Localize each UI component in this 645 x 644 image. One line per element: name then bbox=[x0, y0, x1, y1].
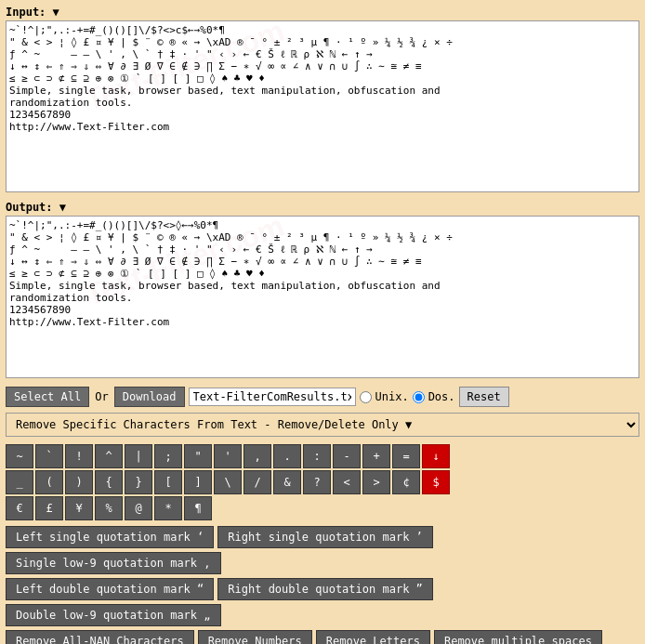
char-question[interactable]: ? bbox=[303, 470, 331, 494]
output-label: Output: ▼ bbox=[6, 201, 639, 214]
char-yen[interactable]: ¥ bbox=[65, 496, 93, 520]
char-plus[interactable]: + bbox=[362, 444, 390, 468]
single-low9-quote-button[interactable]: Single low-9 quotation mark ‚ bbox=[6, 552, 221, 574]
filter-select-bar: Remove Specific Characters From Text - R… bbox=[6, 413, 639, 437]
select-all-button[interactable]: Select All bbox=[6, 387, 89, 407]
char-colon[interactable]: : bbox=[303, 444, 331, 468]
char-row-2: _ ( ) { } [ ] \ / & ? < > ¢ $ bbox=[6, 470, 639, 494]
right-double-quote-button[interactable]: Right double quotation mark ” bbox=[217, 578, 433, 600]
double-low9-quote-button[interactable]: Double low-9 quotation mark „ bbox=[6, 604, 221, 626]
char-slash[interactable]: / bbox=[244, 470, 271, 494]
char-lbracket[interactable]: [ bbox=[154, 470, 182, 494]
char-pipe[interactable]: | bbox=[125, 444, 152, 468]
char-percent[interactable]: % bbox=[95, 496, 123, 520]
filename-input[interactable] bbox=[189, 388, 356, 406]
download-button[interactable]: Download bbox=[114, 387, 185, 407]
char-exclaim[interactable]: ! bbox=[65, 444, 93, 468]
quote-buttons-row2: Left double quotation mark “ Right doubl… bbox=[6, 578, 639, 626]
or-label: Or bbox=[93, 390, 110, 403]
reset-button[interactable]: Reset bbox=[459, 387, 509, 407]
char-semicolon[interactable]: ; bbox=[154, 444, 182, 468]
char-euro[interactable]: € bbox=[6, 496, 33, 520]
char-rparen[interactable]: ) bbox=[65, 470, 93, 494]
char-red-arrow[interactable]: ↓ bbox=[422, 444, 450, 468]
char-dollar-red[interactable]: $ bbox=[422, 470, 450, 494]
left-double-quote-button[interactable]: Left double quotation mark “ bbox=[6, 578, 214, 600]
remove-buttons-row: Remove All-NAN Characters Remove Numbers… bbox=[6, 630, 639, 644]
char-apostrophe[interactable]: ' bbox=[214, 444, 242, 468]
char-gt[interactable]: > bbox=[362, 470, 390, 494]
char-comma[interactable]: , bbox=[244, 444, 271, 468]
remove-numbers-button[interactable]: Remove Numbers bbox=[198, 630, 312, 644]
char-rbrace[interactable]: } bbox=[125, 470, 152, 494]
filter-select[interactable]: Remove Specific Characters From Text - R… bbox=[6, 413, 639, 437]
char-caret[interactable]: ^ bbox=[95, 444, 123, 468]
remove-letters-button[interactable]: Remove Letters bbox=[316, 630, 430, 644]
quote-buttons-row1: Left single quotation mark ‘ Right singl… bbox=[6, 526, 639, 574]
char-lt[interactable]: < bbox=[333, 470, 361, 494]
char-equals[interactable]: = bbox=[392, 444, 420, 468]
input-label: Input: ▼ bbox=[6, 6, 639, 19]
left-single-quote-button[interactable]: Left single quotation mark ‘ bbox=[6, 526, 214, 548]
char-lparen[interactable]: ( bbox=[35, 470, 63, 494]
char-asterisk[interactable]: * bbox=[154, 496, 182, 520]
char-row-1: ~ ` ! ^ | ; " ' , . : - + = ↓ bbox=[6, 444, 639, 468]
char-minus[interactable]: - bbox=[333, 444, 361, 468]
char-backtick[interactable]: ` bbox=[35, 444, 63, 468]
char-grid: ~ ` ! ^ | ; " ' , . : - + = ↓ _ ( ) { } … bbox=[6, 444, 639, 520]
char-tilde[interactable]: ~ bbox=[6, 444, 33, 468]
char-underscore[interactable]: _ bbox=[6, 470, 33, 494]
unix-label: Unix. bbox=[375, 390, 409, 403]
char-backslash[interactable]: \ bbox=[214, 470, 242, 494]
char-rbracket[interactable]: ] bbox=[184, 470, 212, 494]
char-at[interactable]: @ bbox=[125, 496, 152, 520]
input-textarea[interactable]: ~`!^|;",.:-+=#_()()[]\/$?<>c$←→%0*¶ " & … bbox=[6, 20, 639, 192]
char-cent[interactable]: ¢ bbox=[392, 470, 420, 494]
char-row-3: € £ ¥ % @ * ¶ bbox=[6, 496, 639, 520]
dos-radio[interactable] bbox=[413, 391, 425, 403]
action-toolbar: Select All Or Download Unix. Dos. Reset bbox=[6, 387, 639, 407]
dos-label: Dos. bbox=[428, 390, 455, 403]
char-quote[interactable]: " bbox=[184, 444, 212, 468]
output-textarea[interactable]: ~`!^|;",.:-+=#_()()[]\/$?<>◊←→%0*¶ " & <… bbox=[6, 216, 639, 378]
remove-all-nan-button[interactable]: Remove All-NAN Characters bbox=[6, 630, 194, 644]
char-dot[interactable]: . bbox=[273, 444, 301, 468]
right-single-quote-button[interactable]: Right single quotation mark ’ bbox=[217, 526, 433, 548]
char-ampersand[interactable]: & bbox=[273, 470, 301, 494]
line-ending-group: Unix. Dos. bbox=[360, 390, 455, 403]
remove-multiple-spaces-button[interactable]: Remove multiple spaces bbox=[434, 630, 602, 644]
unix-radio[interactable] bbox=[360, 391, 372, 403]
char-pound[interactable]: £ bbox=[35, 496, 63, 520]
char-lbrace[interactable]: { bbox=[95, 470, 123, 494]
char-pilcrow[interactable]: ¶ bbox=[184, 496, 212, 520]
